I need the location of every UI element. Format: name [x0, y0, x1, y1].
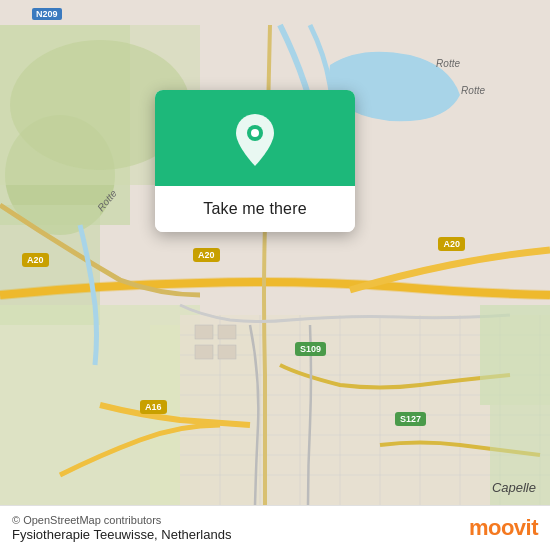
- location-pin-icon: [231, 112, 279, 168]
- capelle-label: Capelle: [492, 480, 536, 495]
- svg-point-34: [251, 129, 259, 137]
- svg-rect-32: [218, 345, 236, 359]
- left-info: © OpenStreetMap contributors Fysiotherap…: [12, 514, 231, 542]
- osm-credit: © OpenStreetMap contributors: [12, 514, 231, 526]
- svg-rect-27: [480, 305, 550, 405]
- moovit-logo: moovit: [469, 515, 538, 541]
- popup-card: Take me there: [155, 90, 355, 232]
- location-name: Fysiotherapie Teeuwisse, Netherlands: [12, 527, 231, 542]
- svg-rect-31: [195, 345, 213, 359]
- map-background: [0, 0, 550, 550]
- take-me-there-button[interactable]: Take me there: [155, 186, 355, 232]
- map-container: N209 Rotte Rotte Rotte A20 A20 A20 S109 …: [0, 0, 550, 550]
- svg-rect-30: [218, 325, 236, 339]
- bottom-bar: © OpenStreetMap contributors Fysiotherap…: [0, 505, 550, 550]
- svg-rect-29: [195, 325, 213, 339]
- moovit-logo-text: moovit: [469, 515, 538, 541]
- popup-header: [155, 90, 355, 186]
